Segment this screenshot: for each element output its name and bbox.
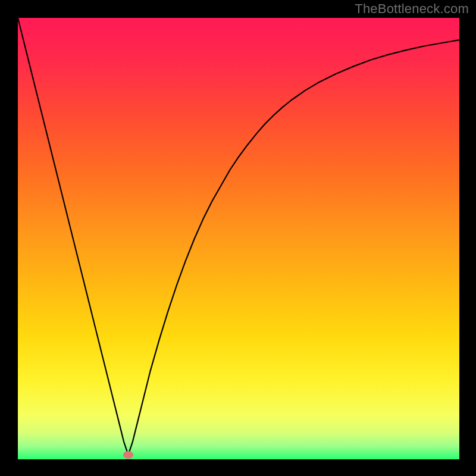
heat-background (18, 18, 459, 459)
optimal-point-marker (124, 452, 133, 459)
plot-area (18, 18, 459, 459)
bottleneck-chart (18, 18, 459, 459)
watermark-text: TheBottleneck.com (355, 1, 469, 17)
chart-canvas-frame: TheBottleneck.com (0, 0, 476, 476)
